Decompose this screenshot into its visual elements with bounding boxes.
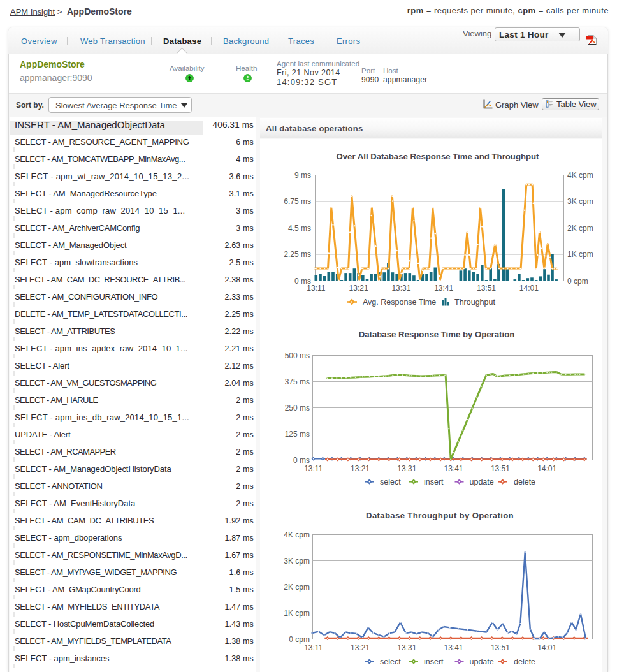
svg-text:2.25 ms: 2.25 ms [284,250,311,259]
svg-text:13:31: 13:31 [391,284,410,293]
svg-text:0 cpm: 0 cpm [289,635,310,644]
svg-text:13:51: 13:51 [477,284,496,293]
svg-text:delete: delete [514,478,535,486]
svg-text:1K cpm: 1K cpm [567,250,593,259]
svg-text:13:21: 13:21 [349,284,368,293]
svg-text:13:41: 13:41 [434,284,453,293]
svg-text:13:11: 13:11 [304,464,323,473]
svg-text:6.75 ms: 6.75 ms [284,197,311,206]
svg-text:13:21: 13:21 [351,643,370,652]
svg-text:select: select [380,657,401,666]
svg-text:375 ms: 375 ms [285,377,310,386]
svg-text:select: select [380,478,401,486]
svg-text:3K cpm: 3K cpm [284,557,310,566]
svg-text:9 ms: 9 ms [294,171,311,180]
svg-text:insert: insert [424,478,444,486]
svg-text:Avg. Response Time: Avg. Response Time [363,298,436,307]
svg-text:13:31: 13:31 [397,643,416,652]
svg-text:insert: insert [424,657,444,666]
svg-text:3K cpm: 3K cpm [567,197,593,206]
svg-text:update: update [470,478,494,486]
svg-text:14:01: 14:01 [537,643,556,652]
svg-text:13:11: 13:11 [304,643,323,652]
svg-text:14:01: 14:01 [537,464,556,473]
svg-text:2K cpm: 2K cpm [567,224,593,233]
svg-text:Database Response Time by Oper: Database Response Time by Operation [359,330,515,339]
svg-text:1K cpm: 1K cpm [284,609,310,618]
svg-text:13:41: 13:41 [444,643,463,652]
svg-text:0 ms: 0 ms [293,456,310,465]
svg-text:update: update [470,657,494,666]
svg-text:Database Throughput by Operati: Database Throughput by Operation [366,511,514,520]
svg-text:13:51: 13:51 [491,643,510,652]
svg-text:125 ms: 125 ms [285,430,310,439]
svg-text:4K cpm: 4K cpm [284,530,310,539]
svg-text:4.5 ms: 4.5 ms [288,224,311,233]
svg-text:13:11: 13:11 [307,284,325,293]
svg-text:Throughput: Throughput [454,298,495,307]
svg-text:0 cpm: 0 cpm [567,277,588,286]
svg-text:13:21: 13:21 [351,464,370,473]
svg-text:250 ms: 250 ms [285,404,310,413]
svg-text:13:41: 13:41 [444,464,463,473]
svg-text:500 ms: 500 ms [285,351,310,360]
svg-text:2K cpm: 2K cpm [284,583,310,592]
svg-text:4K cpm: 4K cpm [567,171,593,180]
svg-text:13:31: 13:31 [397,464,416,473]
svg-text:delete: delete [514,657,535,666]
svg-text:Over All Database Response Tim: Over All Database Response Time and Thro… [336,152,539,161]
svg-text:14:01: 14:01 [519,284,539,293]
svg-text:13:51: 13:51 [491,464,510,473]
